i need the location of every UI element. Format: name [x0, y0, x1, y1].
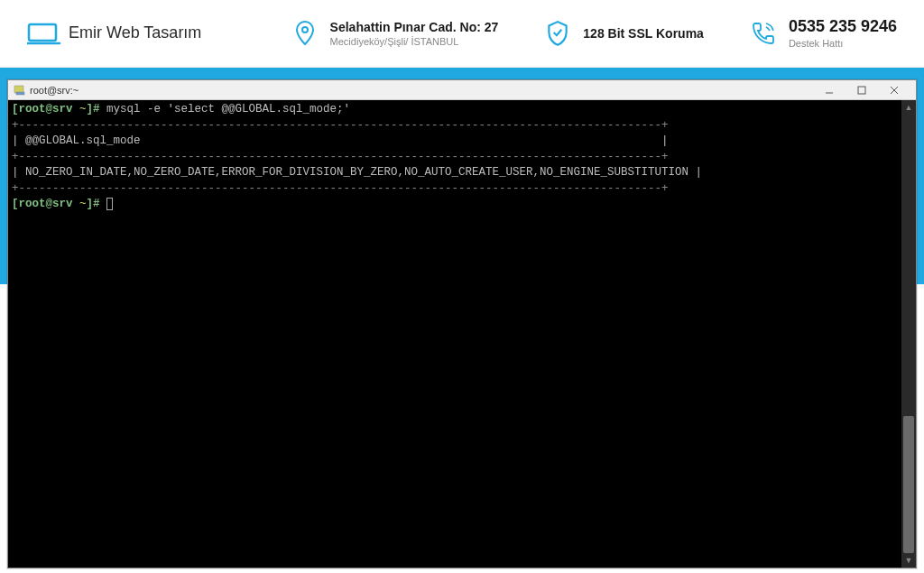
address-subtitle: Mecidiyeköy/Şişli/ İSTANBUL	[330, 35, 499, 48]
scrollbar-down-icon[interactable]: ▼	[901, 553, 916, 568]
scrollbar-up-icon[interactable]: ▲	[901, 100, 916, 115]
terminal-title: root@srv:~	[30, 85, 813, 96]
phone-block[interactable]: 0535 235 9246 Destek Hattı	[749, 16, 897, 51]
shield-check-icon	[543, 19, 572, 48]
svg-rect-6	[858, 87, 865, 94]
page-header: Emir Web Tasarım Selahattin Pınar Cad. N…	[0, 0, 924, 68]
minimize-button[interactable]	[813, 81, 845, 99]
terminal-output: [root@srv ~]# mysql -e 'select @@GLOBAL.…	[8, 100, 901, 568]
phone-number: 0535 235 9246	[789, 16, 897, 37]
terminal-window: root@srv:~ [root@srv ~]# mysql -e 'selec…	[7, 79, 917, 568]
svg-point-2	[302, 27, 308, 32]
logo-icon	[27, 20, 61, 47]
scrollbar-thumb[interactable]	[903, 416, 914, 553]
svg-rect-0	[29, 24, 56, 41]
terminal-titlebar[interactable]: root@srv:~	[8, 80, 916, 100]
location-pin-icon	[291, 19, 319, 48]
logo-text: Emir Web Tasarım	[69, 23, 201, 42]
putty-icon	[14, 84, 26, 97]
terminal-body[interactable]: [root@srv ~]# mysql -e 'select @@GLOBAL.…	[8, 100, 916, 568]
phone-subtitle: Destek Hattı	[789, 37, 897, 50]
close-button[interactable]	[878, 81, 910, 99]
address-block: Selahattin Pınar Cad. No: 27 Mecidiyeköy…	[291, 19, 499, 48]
cursor	[106, 198, 113, 210]
svg-rect-4	[16, 92, 24, 95]
phone-icon	[749, 19, 778, 48]
address-title: Selahattin Pınar Cad. No: 27	[330, 19, 499, 35]
ssl-title: 128 Bit SSL Koruma	[583, 25, 704, 42]
logo[interactable]: Emir Web Tasarım	[27, 20, 201, 47]
ssl-block: 128 Bit SSL Koruma	[543, 19, 704, 48]
terminal-scrollbar[interactable]: ▲ ▼	[901, 100, 916, 568]
maximize-button[interactable]	[845, 81, 878, 99]
